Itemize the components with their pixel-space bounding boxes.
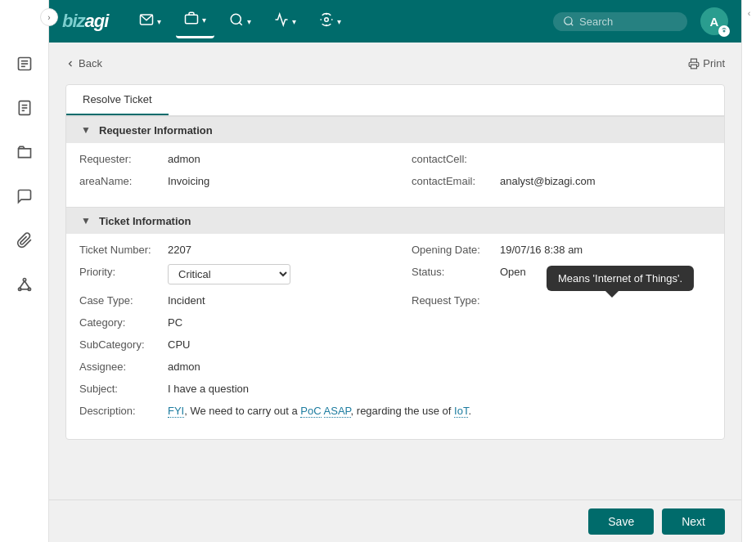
ticket-row-8: Description: FYI, We need to carry out a…: [79, 403, 711, 419]
assignee-field: Assignee: admon: [79, 359, 379, 373]
back-link[interactable]: Back: [65, 57, 102, 69]
nav-admin[interactable]: ▾: [311, 6, 349, 38]
ticket-section-header: ▼ Ticket Information: [66, 207, 724, 234]
ticket-row-5: SubCategory: CPU: [79, 337, 711, 351]
section-requester: ▼ Requester Information Requester: admon…: [66, 116, 724, 207]
sidebar-icon-attach[interactable]: [10, 226, 39, 255]
print-link[interactable]: Print: [688, 57, 725, 69]
svg-point-8: [23, 279, 25, 281]
sidebar-icon-chat[interactable]: [10, 181, 39, 211]
form-card: Resolve Ticket ▼ Requester Information R…: [65, 84, 725, 440]
avatar-badge: [718, 25, 730, 37]
right-panel-toggle[interactable]: ‹: [741, 0, 756, 542]
svg-point-21: [723, 30, 725, 32]
ticket-row-4: Category: PC: [79, 315, 711, 329]
nav-search[interactable]: ▾: [221, 6, 259, 38]
status-field: Status: Open: [412, 264, 711, 284]
search-input[interactable]: [579, 16, 677, 28]
svg-line-17: [240, 22, 242, 25]
requester-row-2: areaName: Invoicing contactEmail: analys…: [79, 173, 711, 187]
sidebar-icon-network[interactable]: [10, 270, 39, 299]
svg-line-12: [25, 281, 29, 288]
left-sidebar: ›: [0, 0, 49, 542]
nav-work[interactable]: ▾: [176, 4, 214, 38]
nav-reports[interactable]: ▾: [266, 6, 304, 38]
priority-field: Priority: Critical High Medium Low: [79, 264, 379, 284]
area-name-field: areaName: Invoicing: [79, 173, 379, 187]
ticket-row-2: Priority: Critical High Medium Low Statu…: [79, 264, 711, 284]
print-icon: [688, 58, 700, 69]
asap-link[interactable]: ASAP: [324, 405, 351, 418]
empty-col-5: [412, 337, 711, 351]
requester-row-1: Requester: admon contactCell:: [79, 151, 711, 165]
iot-link[interactable]: IoT: [454, 405, 468, 418]
tab-bar: Resolve Ticket: [66, 85, 724, 116]
ticket-row-6: Assignee: admon: [79, 359, 711, 373]
svg-point-18: [325, 17, 329, 21]
admin-icon: [319, 12, 334, 31]
empty-col-7: Means 'Internet of Things'.: [412, 381, 711, 395]
ticket-row-7: Subject: I have a question Means 'Intern…: [79, 381, 711, 395]
svg-rect-15: [186, 15, 198, 24]
requester-section-header: ▼ Requester Information: [66, 116, 724, 143]
empty-col-6: [412, 359, 711, 373]
brand-logo: bizagi: [62, 11, 108, 32]
collapse-requester-icon[interactable]: ▼: [79, 123, 92, 137]
ticket-number-field: Ticket Number: 2207: [79, 242, 379, 256]
category-field: Category: PC: [79, 315, 379, 329]
svg-point-16: [232, 14, 241, 24]
top-nav: bizagi ▾ ▾ ▾ ▾: [49, 0, 741, 43]
sidebar-icon-doc[interactable]: [10, 93, 39, 123]
subcategory-field: SubCategory: CPU: [79, 337, 379, 351]
contact-email-field: contactEmail: analyst@bizagi.com: [412, 173, 711, 187]
search-icon: [563, 16, 574, 27]
main-area: bizagi ▾ ▾ ▾ ▾: [49, 0, 741, 542]
bottom-bar: Save Next: [49, 499, 741, 542]
svg-rect-22: [691, 65, 697, 69]
work-icon: [184, 11, 199, 29]
inbox-icon: [139, 12, 154, 31]
requester-field: Requester: admon: [79, 151, 379, 165]
sidebar-icon-folder[interactable]: [10, 137, 39, 167]
breadcrumb-bar: Back Print: [65, 51, 725, 76]
fyi-link[interactable]: FYI: [168, 405, 184, 418]
search-box[interactable]: [553, 12, 687, 31]
requester-section-body: Requester: admon contactCell: areaName:: [66, 143, 724, 207]
opening-date-field: Opening Date: 19/07/16 8:38 am: [412, 242, 711, 256]
reports-icon: [274, 12, 289, 31]
request-type-field: Request Type:: [412, 293, 711, 307]
description-value: FYI, We need to carry out a PoC ASAP, re…: [168, 403, 471, 419]
empty-col-4: [412, 315, 711, 329]
ticket-section-body: Ticket Number: 2207 Opening Date: 19/07/…: [66, 234, 724, 439]
contact-cell-field: contactCell:: [412, 151, 711, 165]
case-type-field: Case Type: Incident: [79, 293, 379, 307]
subject-field: Subject: I have a question: [79, 381, 379, 395]
ticket-row-3: Case Type: Incident Request Type:: [79, 293, 711, 307]
search-nav-icon: [229, 12, 244, 31]
priority-select[interactable]: Critical High Medium Low: [168, 264, 290, 284]
svg-point-19: [565, 17, 572, 25]
collapse-ticket-icon[interactable]: ▼: [79, 214, 92, 227]
ticket-row-1: Ticket Number: 2207 Opening Date: 19/07/…: [79, 242, 711, 256]
section-ticket: ▼ Ticket Information Ticket Number: 2207…: [66, 207, 724, 439]
avatar[interactable]: A: [700, 7, 728, 35]
description-field: Description: FYI, We need to carry out a…: [79, 403, 711, 419]
save-button[interactable]: Save: [588, 508, 654, 535]
sidebar-toggle[interactable]: ›: [40, 8, 58, 26]
poc-link[interactable]: PoC: [300, 405, 321, 418]
svg-line-11: [20, 281, 25, 288]
back-icon: [65, 59, 75, 69]
content-area: Back Print Resolve Ticket ▼: [49, 43, 741, 499]
tab-resolve-ticket[interactable]: Resolve Ticket: [66, 85, 169, 115]
svg-line-20: [571, 24, 574, 26]
sidebar-icon-list[interactable]: [10, 49, 39, 78]
next-button[interactable]: Next: [662, 508, 725, 535]
nav-inbox[interactable]: ▾: [131, 6, 169, 38]
